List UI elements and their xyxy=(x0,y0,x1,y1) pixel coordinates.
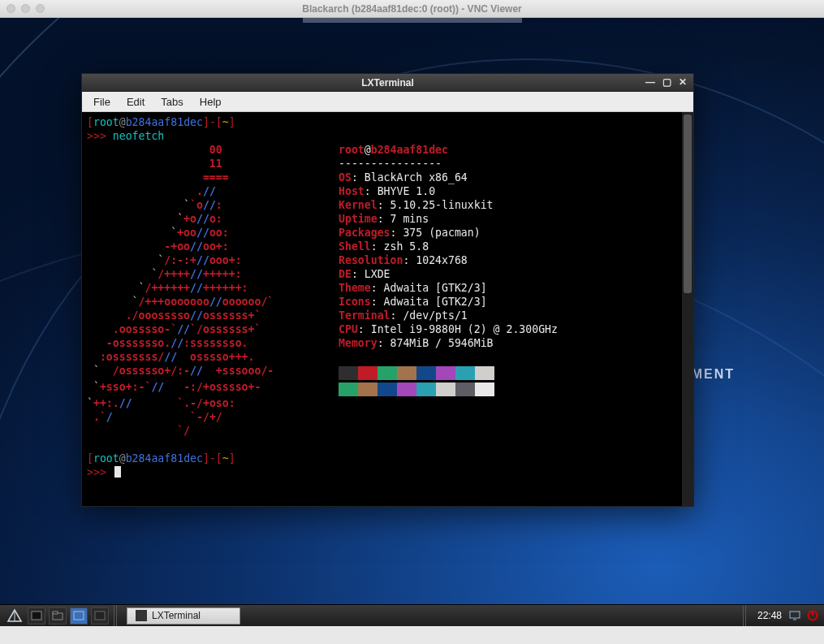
window-close-button[interactable]: ✕ xyxy=(677,76,688,88)
taskbar: LXTerminal 22:48 xyxy=(0,604,824,626)
zoom-dot[interactable] xyxy=(36,4,45,13)
scrollbar-thumb[interactable] xyxy=(684,115,692,293)
panel-separator[interactable] xyxy=(114,605,119,626)
window-controls xyxy=(6,4,45,13)
menu-file[interactable]: File xyxy=(87,94,117,110)
svg-rect-0 xyxy=(32,612,41,620)
show-desktop-button[interactable] xyxy=(28,607,45,625)
system-tray xyxy=(788,609,824,622)
window-maximize-button[interactable]: ▢ xyxy=(661,76,672,88)
svg-rect-2 xyxy=(53,612,58,614)
remote-desktop[interactable]: MENT LXTerminal — ▢ ✕ File Edit Tabs Hel… xyxy=(0,18,824,626)
minimize-dot[interactable] xyxy=(21,4,30,13)
menubar: File Edit Tabs Help xyxy=(82,92,693,112)
workspace-1-button[interactable] xyxy=(70,607,88,625)
vnc-top-handle[interactable] xyxy=(303,18,522,23)
terminal-icon xyxy=(136,610,147,621)
window-title: LXTerminal xyxy=(361,77,413,89)
file-manager-button[interactable] xyxy=(49,607,67,625)
close-dot[interactable] xyxy=(6,4,15,13)
terminal-cursor xyxy=(114,466,121,478)
window-buttons: — ▢ ✕ xyxy=(645,76,688,88)
display-icon[interactable] xyxy=(788,609,801,622)
menu-tabs[interactable]: Tabs xyxy=(154,94,189,110)
wallpaper-text-fragment: MENT xyxy=(692,367,735,382)
vnc-window-title: Blackarch (b284aaf81dec:0 (root)) - VNC … xyxy=(6,3,818,15)
panel-clock[interactable]: 22:48 xyxy=(751,610,788,621)
terminal-window: LXTerminal — ▢ ✕ File Edit Tabs Help [ro… xyxy=(81,73,694,507)
task-label: LXTerminal xyxy=(152,610,201,621)
terminal-content[interactable]: [root@b284aaf81dec]-[~]>>> neofetch 00 r… xyxy=(82,112,682,506)
taskbar-task-lxterminal[interactable]: LXTerminal xyxy=(127,607,240,625)
power-button[interactable] xyxy=(806,609,819,622)
svg-rect-5 xyxy=(790,612,800,618)
app-menu-button[interactable] xyxy=(3,607,26,625)
svg-rect-3 xyxy=(74,612,84,620)
window-minimize-button[interactable]: — xyxy=(645,76,656,88)
menu-edit[interactable]: Edit xyxy=(120,94,151,110)
vnc-titlebar: Blackarch (b284aaf81dec:0 (root)) - VNC … xyxy=(0,0,824,18)
workspace-2-button[interactable] xyxy=(91,607,109,625)
svg-rect-4 xyxy=(95,612,105,620)
panel-separator[interactable] xyxy=(743,605,748,626)
terminal-scrollbar[interactable] xyxy=(682,112,693,506)
menu-help[interactable]: Help xyxy=(193,94,228,110)
window-titlebar[interactable]: LXTerminal — ▢ ✕ xyxy=(82,74,693,92)
